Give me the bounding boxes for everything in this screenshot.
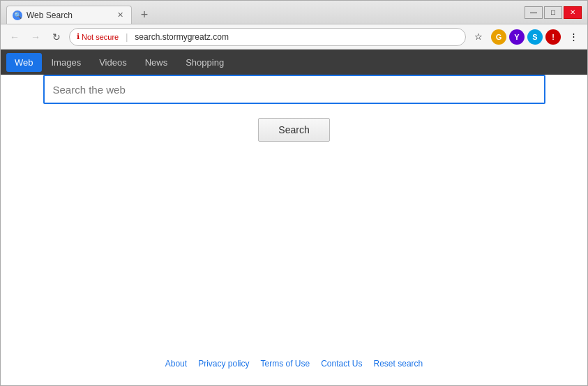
maximize-button[interactable]: □ [544,6,562,19]
browser-window: 🔍 Web Search ✕ + — □ ✕ ← → ↻ ℹ Not secur… [0,0,588,386]
extension-icons: G Y S ! [491,29,561,45]
tab-videos[interactable]: Videos [91,53,135,72]
search-button[interactable]: Search [258,118,329,142]
url-text: search.stormygreatz.com [135,32,229,42]
tab-web[interactable]: Web [6,53,42,72]
reload-button[interactable]: ↻ [48,29,65,45]
address-divider: | [126,32,128,42]
address-field[interactable]: ℹ Not secure | search.stormygreatz.com [69,28,466,46]
forward-button[interactable]: → [27,29,44,45]
bookmark-star-icon[interactable]: ☆ [470,29,487,45]
not-secure-label: Not secure [82,33,119,41]
title-bar: 🔍 Web Search ✕ + — □ ✕ [1,1,587,24]
ext-icon-4[interactable]: ! [545,29,561,45]
search-input-wrapper [43,75,545,104]
tab-shopping[interactable]: Shopping [177,53,232,72]
footer-links: About Privacy policy Terms of Use Contac… [1,359,587,369]
nav-tabs: Web Images Videos News Shopping [1,50,587,75]
footer-contact-link[interactable]: Contact Us [321,359,362,369]
search-container: Search [1,75,587,142]
footer-reset-link[interactable]: Reset search [374,359,423,369]
ext-icon-1[interactable]: G [491,29,506,45]
footer-privacy-link[interactable]: Privacy policy [198,359,249,369]
search-input[interactable] [43,75,545,104]
close-button[interactable]: ✕ [564,6,582,19]
new-tab-button[interactable]: + [135,6,154,24]
not-secure-indicator: ℹ Not secure [77,32,119,41]
tab-title: Web Search [27,10,110,20]
ext-icon-2[interactable]: Y [509,29,525,45]
footer-about-link[interactable]: About [165,359,187,369]
active-tab[interactable]: 🔍 Web Search ✕ [6,6,132,24]
minimize-button[interactable]: — [525,6,543,19]
page-wrapper: Search About Privacy policy Terms of Use… [1,75,587,385]
window-controls: — □ ✕ [525,6,582,19]
back-button[interactable]: ← [6,29,23,45]
tabs-area: 🔍 Web Search ✕ + [6,1,519,24]
tab-news[interactable]: News [137,53,176,72]
menu-button[interactable]: ⋮ [565,29,582,45]
address-bar: ← → ↻ ℹ Not secure | search.stormygreatz… [1,24,587,50]
tab-images[interactable]: Images [43,53,90,72]
info-icon: ℹ [77,32,80,41]
ext-icon-3[interactable]: S [527,29,543,45]
tab-close-button[interactable]: ✕ [114,10,126,21]
page-content: Search [1,75,587,184]
footer-terms-link[interactable]: Terms of Use [260,359,310,369]
tab-favicon: 🔍 [13,10,22,20]
